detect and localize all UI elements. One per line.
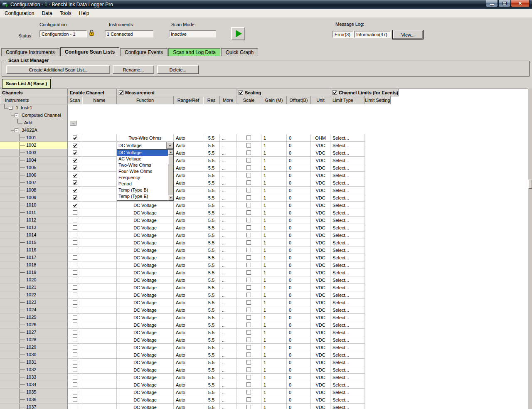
unit-cell[interactable]: VDC — [311, 209, 330, 217]
function-cell[interactable]: DC Voltage — [117, 344, 174, 351]
scale-checkbox[interactable] — [246, 323, 251, 327]
offset-cell[interactable]: 0 — [287, 164, 311, 172]
limit-type-cell[interactable]: Select... — [330, 321, 365, 329]
limit-type-cell[interactable]: Select... — [330, 194, 365, 202]
scan-checkbox[interactable] — [73, 323, 77, 327]
more-cell[interactable]: ... — [220, 396, 236, 404]
more-cell[interactable]: ... — [220, 246, 236, 254]
channel-tree-cell[interactable]: 1014 — [0, 232, 68, 239]
limit-setting-cell[interactable] — [365, 284, 365, 291]
more-cell[interactable]: ... — [220, 179, 236, 187]
scale-checkbox[interactable] — [246, 203, 251, 207]
scan-checkbox[interactable] — [73, 367, 77, 372]
limit-type-cell[interactable]: Select... — [330, 306, 365, 314]
scale-checkbox[interactable] — [246, 352, 251, 357]
name-cell[interactable] — [82, 396, 117, 404]
function-cell[interactable]: DC Voltage — [117, 306, 174, 314]
limit-setting-cell[interactable] — [365, 239, 365, 246]
unit-cell[interactable]: VDC — [311, 164, 330, 172]
limit-setting-cell[interactable] — [365, 306, 365, 314]
limit-setting-cell[interactable] — [365, 359, 365, 366]
limit-setting-cell[interactable] — [365, 179, 365, 187]
limit-type-cell[interactable]: Select... — [330, 149, 365, 157]
limit-setting-cell[interactable] — [365, 209, 365, 217]
scale-checkbox[interactable] — [246, 390, 251, 394]
name-cell[interactable] — [82, 314, 117, 321]
more-cell[interactable]: ... — [220, 134, 236, 142]
scan-checkbox[interactable] — [73, 405, 77, 409]
scan-checkbox[interactable] — [73, 397, 77, 402]
dropdown-option[interactable]: Temp (Type E) — [117, 193, 168, 200]
gain-cell[interactable]: 1 — [261, 351, 287, 359]
range-cell[interactable]: Auto — [174, 329, 203, 336]
gain-cell[interactable]: 1 — [261, 194, 287, 202]
limit-setting-cell[interactable] — [365, 374, 365, 381]
function-cell[interactable]: DC Voltage — [117, 404, 174, 409]
range-cell[interactable]: Auto — [174, 396, 203, 404]
limit-type-cell[interactable]: Select... — [330, 261, 365, 269]
limit-type-cell[interactable]: Select... — [330, 374, 365, 381]
function-cell[interactable]: DC Voltage — [117, 329, 174, 336]
offset-cell[interactable]: 0 — [287, 187, 311, 194]
unit-cell[interactable]: VDC — [311, 314, 330, 321]
channel-tree-cell[interactable]: 1021 — [0, 284, 68, 291]
range-cell[interactable]: Auto — [174, 336, 203, 344]
limit-setting-cell[interactable] — [365, 329, 365, 336]
scale-checkbox[interactable] — [246, 255, 251, 260]
offset-cell[interactable]: 0 — [287, 142, 311, 149]
range-cell[interactable]: Auto — [174, 344, 203, 351]
name-cell[interactable] — [82, 172, 117, 179]
res-cell[interactable]: 5.5 — [203, 224, 220, 232]
gain-cell[interactable]: 1 — [261, 276, 287, 284]
add-computed-channel-button[interactable]: ... — [70, 121, 76, 126]
scan-checkbox[interactable] — [73, 345, 77, 350]
scan-list-a-tab[interactable]: Scan List A( Base ) — [2, 79, 51, 89]
channel-tree-cell[interactable]: 1004 — [0, 157, 68, 164]
unit-cell[interactable]: VDC — [311, 217, 330, 224]
gain-cell[interactable]: 1 — [261, 344, 287, 351]
more-cell[interactable]: ... — [220, 404, 236, 409]
limit-type-cell[interactable]: Select... — [330, 254, 365, 261]
limit-setting-cell[interactable] — [365, 134, 365, 142]
scale-checkbox[interactable] — [246, 300, 251, 305]
channel-tree-cell[interactable]: 1022 — [0, 291, 68, 299]
res-cell[interactable]: 5.5 — [203, 359, 220, 366]
name-cell[interactable] — [82, 187, 117, 194]
function-cell[interactable]: DC Voltage — [117, 359, 174, 366]
unit-cell[interactable]: VDC — [311, 351, 330, 359]
name-cell[interactable] — [82, 404, 117, 409]
limit-setting-cell[interactable] — [365, 224, 365, 232]
range-cell[interactable]: Auto — [174, 261, 203, 269]
limit-setting-cell[interactable] — [365, 157, 365, 164]
unit-cell[interactable]: VDC — [311, 284, 330, 291]
tab[interactable]: Quick Graph — [221, 48, 258, 56]
scan-checkbox[interactable] — [73, 255, 77, 260]
res-cell[interactable]: 5.5 — [203, 269, 220, 276]
res-cell[interactable]: 5.5 — [203, 291, 220, 299]
range-cell[interactable]: Auto — [174, 172, 203, 179]
channel-tree-cell[interactable]: 1018 — [0, 261, 68, 269]
more-cell[interactable]: ... — [220, 291, 236, 299]
limit-type-cell[interactable]: Select... — [330, 351, 365, 359]
scale-checkbox[interactable] — [246, 180, 251, 185]
offset-cell[interactable]: 0 — [287, 194, 311, 202]
tree-node-module[interactable]: 34922A — [0, 127, 68, 134]
offset-cell[interactable]: 0 — [287, 389, 311, 396]
limit-setting-cell[interactable] — [365, 389, 365, 396]
unit-cell[interactable]: VDC — [311, 187, 330, 194]
channel-tree-cell[interactable]: 1001 — [0, 134, 68, 142]
channel-tree-cell[interactable]: 1023 — [0, 299, 68, 306]
res-cell[interactable]: 5.5 — [203, 157, 220, 164]
limit-type-cell[interactable]: Select... — [330, 172, 365, 179]
dropdown-scrollbar[interactable] — [168, 150, 173, 200]
unit-cell[interactable]: VDC — [311, 404, 330, 409]
range-cell[interactable]: Auto — [174, 299, 203, 306]
offset-cell[interactable]: 0 — [287, 284, 311, 291]
gain-cell[interactable]: 1 — [261, 179, 287, 187]
scale-checkbox[interactable] — [246, 173, 251, 177]
res-cell[interactable]: 5.5 — [203, 217, 220, 224]
range-cell[interactable]: Auto — [174, 359, 203, 366]
limit-setting-cell[interactable] — [365, 164, 365, 172]
offset-cell[interactable]: 0 — [287, 351, 311, 359]
tree-node-add[interactable]: Add — [0, 119, 68, 127]
